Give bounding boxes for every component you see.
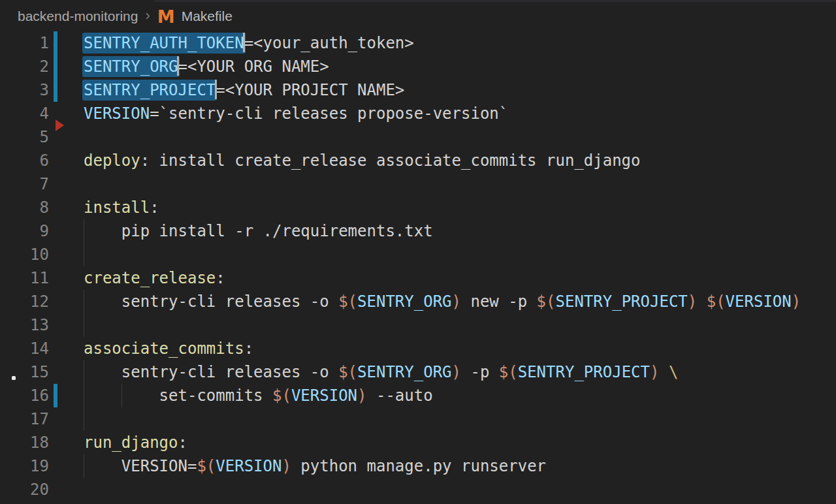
code-line-11[interactable]: 11create_release: bbox=[0, 266, 836, 290]
code-token: =`sentry-cli releases propose-version` bbox=[150, 104, 508, 123]
indent-guide bbox=[84, 313, 84, 337]
line-number: 18 bbox=[0, 431, 49, 454]
code-token: SENTRY_PROJECT bbox=[518, 363, 650, 381]
code-token: $( bbox=[707, 292, 726, 311]
code-line-2[interactable]: 2SENTRY_ORG=<YOUR ORG NAME> bbox=[0, 55, 836, 78]
code-token: $( bbox=[338, 292, 357, 311]
code-line-8[interactable]: 8install: bbox=[0, 196, 836, 219]
code-line-7[interactable]: 7 bbox=[0, 172, 836, 196]
code-token: =<YOUR PROJECT NAME> bbox=[216, 81, 404, 99]
text-cursor bbox=[243, 33, 245, 52]
code-token: ) bbox=[792, 292, 801, 311]
code-line-10[interactable]: 10 bbox=[0, 243, 836, 266]
code-line-19[interactable]: 19 VERSION=$(VERSION) python manage.py r… bbox=[0, 454, 836, 478]
line-number: 2 bbox=[0, 55, 49, 78]
code-line-1[interactable]: 1SENTRY_AUTH_TOKEN=<your_auth_token> bbox=[0, 31, 836, 55]
indent-whitespace bbox=[84, 292, 121, 311]
modified-line-indicator bbox=[54, 384, 57, 407]
line-content: install: bbox=[84, 196, 159, 219]
code-token: ) bbox=[452, 363, 461, 381]
text-cursor bbox=[215, 80, 217, 99]
code-token: python manage.py runserver bbox=[291, 457, 546, 475]
code-token: $( bbox=[499, 363, 518, 381]
modified-line-indicator bbox=[54, 78, 57, 102]
code-line-4[interactable]: 4VERSION=`sentry-cli releases propose-ve… bbox=[0, 102, 836, 125]
code-token: VERSION bbox=[726, 292, 792, 311]
code-token: run_django bbox=[84, 433, 178, 452]
line-number: 3 bbox=[0, 78, 49, 102]
modified-line-indicator bbox=[54, 55, 57, 78]
left-margin-dot bbox=[12, 376, 16, 380]
line-number: 8 bbox=[0, 196, 49, 219]
code-token: new -p bbox=[461, 292, 537, 311]
line-number: 1 bbox=[0, 31, 49, 55]
code-token: ) bbox=[688, 292, 697, 311]
indent-whitespace bbox=[84, 363, 121, 381]
line-number: 19 bbox=[0, 454, 49, 478]
code-line-12[interactable]: 12 sentry-cli releases -o $(SENTRY_ORG) … bbox=[0, 290, 836, 313]
line-content: associate_commits: bbox=[84, 337, 253, 360]
chevron-right-icon: › bbox=[145, 7, 150, 24]
code-line-5[interactable]: 5 bbox=[0, 125, 836, 149]
indent-guide bbox=[121, 384, 122, 407]
code-token: SENTRY_ORG bbox=[357, 363, 452, 381]
code-token: ) bbox=[650, 363, 659, 381]
line-content: SENTRY_AUTH_TOKEN=<your_auth_token> bbox=[84, 31, 414, 55]
selected-token: SENTRY_ORG bbox=[82, 56, 180, 77]
code-token: deploy bbox=[84, 151, 140, 170]
code-token: : bbox=[150, 198, 159, 217]
line-number: 16 bbox=[0, 384, 49, 407]
code-token: =<YOUR ORG NAME> bbox=[178, 57, 329, 76]
line-content: SENTRY_PROJECT=<YOUR PROJECT NAME> bbox=[84, 78, 404, 102]
code-token: ) bbox=[357, 386, 366, 405]
code-token: -p bbox=[461, 363, 499, 381]
code-line-9[interactable]: 9 pip install -r ./requirements.txt bbox=[0, 219, 836, 243]
selected-token: SENTRY_AUTH_TOKEN bbox=[82, 33, 246, 54]
code-token: pip install -r ./requirements.txt bbox=[121, 222, 433, 240]
code-token: VERSION bbox=[291, 386, 357, 405]
code-line-14[interactable]: 14associate_commits: bbox=[0, 337, 836, 360]
code-line-6[interactable]: 6deploy: install create_release associat… bbox=[0, 149, 836, 172]
code-token bbox=[697, 292, 706, 311]
code-token: associate_commits bbox=[84, 339, 244, 358]
code-line-13[interactable]: 13 bbox=[0, 313, 836, 337]
code-line-15[interactable]: 15 sentry-cli releases -o $(SENTRY_ORG) … bbox=[0, 360, 836, 384]
code-token: : bbox=[244, 339, 253, 358]
line-number: 5 bbox=[0, 125, 49, 149]
line-content: create_release: bbox=[84, 266, 225, 290]
code-line-3[interactable]: 3SENTRY_PROJECT=<YOUR PROJECT NAME> bbox=[0, 78, 836, 102]
indent-guide bbox=[84, 384, 84, 407]
code-token: create_release bbox=[84, 269, 216, 287]
indent-guide bbox=[84, 290, 84, 313]
code-token: SENTRY_ORG bbox=[357, 292, 452, 311]
line-content: pip install -r ./requirements.txt bbox=[84, 219, 433, 243]
code-token: ) bbox=[452, 292, 461, 311]
code-line-17[interactable]: 17 bbox=[0, 407, 836, 431]
line-content: sentry-cli releases -o $(SENTRY_ORG) new… bbox=[84, 290, 801, 313]
code-token: : install create_release associate_commi… bbox=[140, 151, 641, 170]
breadcrumb-folder[interactable]: backend-monitoring bbox=[18, 8, 138, 24]
code-token: --auto bbox=[367, 386, 433, 405]
code-editor[interactable]: 1SENTRY_AUTH_TOKEN=<your_auth_token>2SEN… bbox=[0, 31, 836, 501]
breadcrumb: backend-monitoring › M Makefile bbox=[18, 3, 233, 29]
indent-whitespace bbox=[84, 457, 121, 475]
line-number: 15 bbox=[0, 360, 49, 384]
line-number: 14 bbox=[0, 337, 49, 360]
code-line-16[interactable]: 16 set-commits $(VERSION) --auto bbox=[0, 384, 836, 407]
code-line-20[interactable]: 20 bbox=[0, 478, 836, 501]
code-token: \ bbox=[669, 363, 678, 381]
indent-guide bbox=[84, 407, 84, 431]
code-token: VERSION bbox=[84, 104, 150, 123]
code-token bbox=[659, 363, 668, 381]
indent-guide bbox=[84, 243, 84, 266]
makefile-icon: M bbox=[157, 8, 175, 25]
code-token: ) bbox=[281, 457, 291, 475]
code-token: $( bbox=[272, 386, 291, 405]
code-token: =<your_auth_token> bbox=[244, 34, 414, 52]
line-number: 6 bbox=[0, 149, 49, 172]
breadcrumb-file[interactable]: Makefile bbox=[182, 8, 233, 24]
code-token: sentry-cli releases -o bbox=[121, 363, 338, 381]
code-line-18[interactable]: 18run_django: bbox=[0, 431, 836, 454]
code-token: install bbox=[84, 198, 150, 217]
code-token: : bbox=[178, 433, 187, 452]
